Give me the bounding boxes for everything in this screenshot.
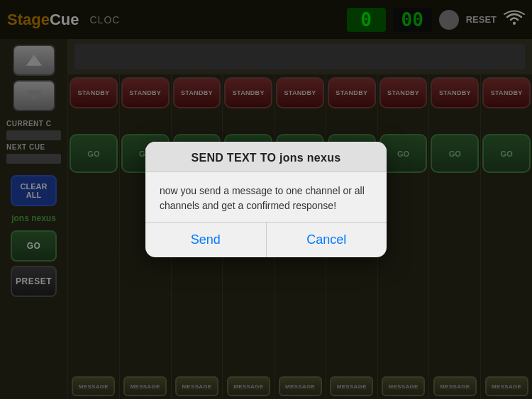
modal-title: SEND TEXT TO jons nexus <box>145 142 387 172</box>
modal-dialog: SEND TEXT TO jons nexus now you send a m… <box>145 142 387 257</box>
modal-cancel-button[interactable]: Cancel <box>267 223 387 257</box>
modal-body: now you send a message to one channel or… <box>145 172 387 222</box>
modal-overlay: SEND TEXT TO jons nexus now you send a m… <box>0 0 532 399</box>
modal-actions: Send Cancel <box>145 222 387 257</box>
modal-send-button[interactable]: Send <box>145 223 267 257</box>
